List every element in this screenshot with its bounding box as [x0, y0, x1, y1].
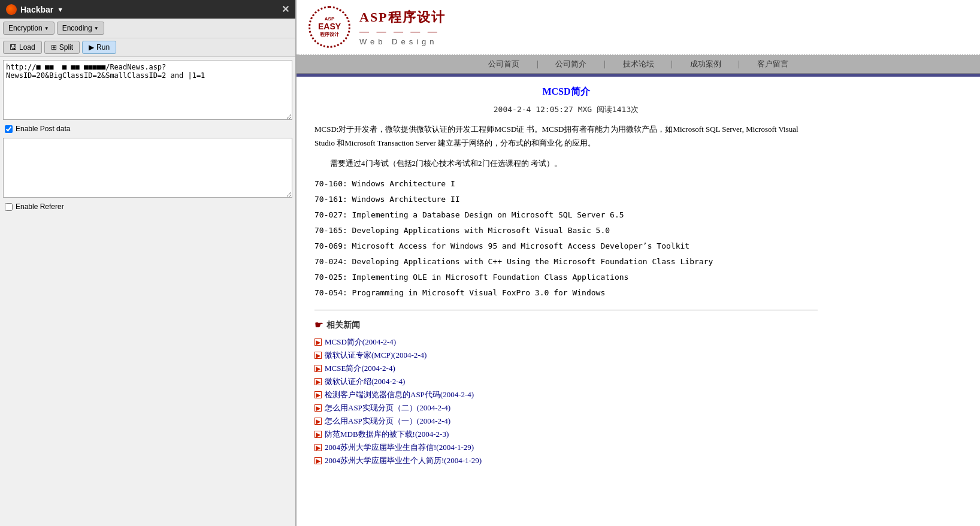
course-item-7: 70-025: Implementing OLE in Microsoft Fo… [314, 270, 818, 285]
logo-easy: EASY [318, 22, 341, 31]
related-arrow-icon: ☛ [314, 319, 323, 331]
course-item-3: 70-027: Implementing a Database Design o… [314, 207, 818, 223]
course-item-1: 70-160: Windows Architecture I [314, 176, 818, 192]
bullet-icon: ▶ [314, 391, 322, 398]
related-link[interactable]: 怎么用ASP实现分页（二）(2004-2-4) [325, 403, 450, 413]
run-button[interactable]: ▶ Run [82, 41, 116, 54]
asp-header: ASP EASY 程序设计 ASP程序设计 — — — — — Web Desi… [297, 0, 980, 55]
asp-subtitle: Web Design [359, 37, 446, 46]
course-item-2: 70-161: Windows Architecture II [314, 192, 818, 207]
hackbar-title: Hackbar [20, 5, 53, 14]
hackbar-title-arrow[interactable]: ▼ [57, 6, 63, 13]
article-meta: 2004-2-4 12:05:27 MXG 阅读1413次 [314, 104, 818, 115]
list-item: ▶检测客户端浏览器信息的ASP代码(2004-2-4) [314, 388, 818, 401]
nav-item-guestbook[interactable]: 客户留言 [757, 59, 788, 68]
related-link[interactable]: MCSD简介(2004-2-4) [325, 337, 396, 347]
asp-main-title: ASP程序设计 [359, 8, 446, 26]
list-item: ▶MCSE简介(2004-2-4) [314, 362, 818, 375]
related-links-list: ▶MCSD简介(2004-2-4) ▶微软认证专家(MCP)(2004-2-4)… [314, 335, 818, 467]
post-data-input[interactable] [3, 138, 292, 198]
list-item: ▶2004苏州大学应届毕业生个人简历!(2004-1-29) [314, 454, 818, 467]
nav-item-about[interactable]: 公司简介 [555, 59, 586, 68]
related-link[interactable]: 2004苏州大学应届毕业生自荐信!(2004-1-29) [325, 442, 474, 453]
asp-title-area: ASP程序设计 — — — — — Web Design [359, 8, 446, 46]
related-link[interactable]: 2004苏州大学应届毕业生个人简历!(2004-1-29) [325, 455, 482, 466]
related-link[interactable]: 检测客户端浏览器信息的ASP代码(2004-2-4) [325, 389, 474, 400]
related-link[interactable]: 微软认证专家(MCP)(2004-2-4) [325, 350, 427, 361]
logo-asp-text: ASP [325, 16, 334, 22]
encryption-dropdown[interactable]: Encryption [3, 22, 55, 35]
list-item: ▶2004苏州大学应届毕业生自荐信!(2004-1-29) [314, 441, 818, 454]
article-para1: MCSD:对于开发者，微软提供微软认证的开发工程师MCSD证 书。MCSD拥有者… [314, 122, 818, 150]
hackbar-buttons: 🖫 Load ⊞ Split ▶ Run [0, 38, 295, 57]
enable-post-row: Enable Post data [0, 123, 295, 135]
load-icon: 🖫 [10, 43, 17, 52]
enable-referer-label: Enable Referer [16, 202, 64, 211]
list-item: ▶微软认证专家(MCP)(2004-2-4) [314, 349, 818, 362]
asp-nav: 公司首页 ｜ 公司简介 ｜ 技术论坛 ｜ 成功案例 ｜ 客户留言 [297, 55, 980, 74]
bullet-icon: ▶ [314, 378, 322, 385]
related-title: ☛ 相关新闻 [314, 319, 818, 331]
bullet-icon: ▶ [314, 338, 322, 346]
asp-title-dashes: — — — — — [359, 26, 446, 37]
bullet-icon: ▶ [314, 404, 322, 412]
related-link[interactable]: MCSE简介(2004-2-4) [325, 363, 395, 374]
related-link[interactable]: 微软认证介绍(2004-2-4) [325, 376, 405, 387]
nav-item-cases[interactable]: 成功案例 [690, 59, 721, 68]
course-item-4: 70-165: Developing Applications with Mic… [314, 223, 818, 238]
bullet-icon: ▶ [314, 352, 322, 359]
firefox-icon [6, 4, 17, 15]
encoding-dropdown[interactable]: Encoding [57, 22, 104, 35]
logo-bottom: 程序设计 [320, 31, 339, 38]
nav-item-home[interactable]: 公司首页 [488, 59, 519, 68]
run-icon: ▶ [89, 43, 94, 52]
bullet-icon: ▶ [314, 431, 322, 438]
bullet-icon: ▶ [314, 444, 322, 451]
article-divider [314, 310, 818, 310]
course-item-6: 70-024: Developing Applications with C++… [314, 254, 818, 270]
list-item: ▶微软认证介绍(2004-2-4) [314, 375, 818, 388]
list-item: ▶怎么用ASP实现分页（一）(2004-2-4) [314, 415, 818, 428]
enable-post-checkbox[interactable] [5, 125, 13, 133]
related-link[interactable]: 怎么用ASP实现分页（一）(2004-2-4) [325, 416, 450, 427]
course-list: 70-160: Windows Architecture I 70-161: W… [314, 176, 818, 301]
nav-item-forum[interactable]: 技术论坛 [623, 59, 654, 68]
course-item-5: 70-069: Microsoft Access for Windows 95 … [314, 238, 818, 254]
related-link[interactable]: 防范MDB数据库的被下载!(2004-2-3) [325, 429, 449, 440]
load-button[interactable]: 🖫 Load [3, 41, 42, 54]
article-title: MCSD简介 [314, 86, 818, 98]
list-item: ▶防范MDB数据库的被下载!(2004-2-3) [314, 428, 818, 441]
hackbar-title-left: Hackbar ▼ [6, 4, 63, 15]
bullet-icon: ▶ [314, 457, 322, 464]
split-button[interactable]: ⊞ Split [44, 41, 80, 54]
url-input[interactable]: http://■ ■■ ■ ■■ ■■■■■/ReadNews.asp?News… [3, 60, 292, 120]
hackbar-toolbar: Encryption Encoding [0, 19, 295, 38]
enable-post-label: Enable Post data [16, 125, 70, 133]
list-item: ▶怎么用ASP实现分页（二）(2004-2-4) [314, 401, 818, 415]
enable-referer-checkbox[interactable] [5, 203, 13, 211]
course-item-8: 70-054: Programming in Microsoft Visual … [314, 285, 818, 301]
close-button[interactable]: ✕ [282, 4, 289, 15]
hackbar-titlebar: Hackbar ▼ ✕ [0, 0, 295, 19]
bullet-icon: ▶ [314, 418, 322, 425]
list-item: ▶MCSD简介(2004-2-4) [314, 335, 818, 349]
related-section: ☛ 相关新闻 ▶MCSD简介(2004-2-4) ▶微软认证专家(MCP)(20… [314, 319, 818, 467]
article-para2: 需要通过4门考试（包括2门核心技术考试和2门任选课程的 考试）。 [314, 156, 818, 170]
asp-content: MCSD简介 2004-2-4 12:05:27 MXG 阅读1413次 MCS… [297, 77, 836, 476]
bullet-icon: ▶ [314, 365, 322, 372]
right-panel: ASP EASY 程序设计 ASP程序设计 — — — — — Web Desi… [297, 0, 980, 526]
asp-logo: ASP EASY 程序设计 [308, 6, 350, 48]
enable-referer-row: Enable Referer [0, 201, 295, 213]
hackbar-panel: Hackbar ▼ ✕ Encryption Encoding 🖫 Load ⊞… [0, 0, 297, 526]
split-icon: ⊞ [51, 43, 57, 52]
